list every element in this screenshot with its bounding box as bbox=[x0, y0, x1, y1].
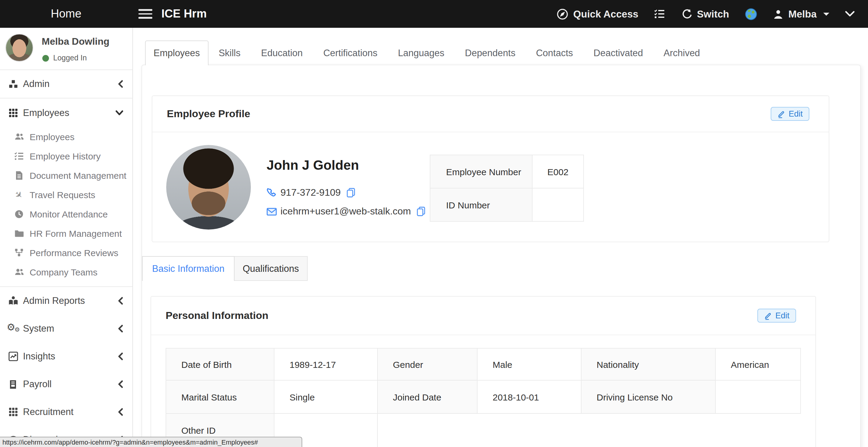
personal-information-card: Personal Information Edit Date of Birth … bbox=[151, 296, 816, 447]
field-value: Single bbox=[274, 380, 377, 413]
table-row: Employee Number E002 bbox=[430, 155, 584, 188]
copy-icon[interactable] bbox=[346, 188, 355, 197]
tab-archived[interactable]: Archived bbox=[653, 40, 711, 65]
tab-contacts[interactable]: Contacts bbox=[526, 40, 583, 65]
switch-icon bbox=[681, 8, 692, 19]
topbar: Home ICE Hrm Quick Access Switch bbox=[0, 0, 868, 28]
chart-line-icon bbox=[8, 351, 18, 361]
sidebar-item-hr-form-management[interactable]: HR Form Management bbox=[0, 224, 132, 243]
user-menu[interactable]: Melba bbox=[773, 8, 829, 20]
tab-qualifications[interactable]: Qualifications bbox=[235, 256, 308, 281]
sidebar-item-employees[interactable]: Employees bbox=[0, 127, 132, 146]
module-tabs: Employees Skills Education Certification… bbox=[145, 40, 710, 65]
tab-panel: Employee Profile Edit John J Golden bbox=[142, 65, 861, 447]
tab-education[interactable]: Education bbox=[251, 40, 313, 65]
chevron-left-icon bbox=[117, 380, 123, 388]
sidebar-item-company-teams[interactable]: Company Teams bbox=[0, 262, 132, 282]
user-full-name: Melba Dowling bbox=[42, 36, 110, 47]
tasks-icon[interactable] bbox=[654, 9, 665, 19]
diagram-icon bbox=[14, 248, 24, 257]
edit-profile-button[interactable]: Edit bbox=[770, 107, 809, 121]
invoice-icon bbox=[8, 379, 18, 389]
field-value: E002 bbox=[532, 155, 584, 188]
compass-icon bbox=[557, 8, 568, 20]
user-icon bbox=[773, 9, 783, 19]
tab-deactivated[interactable]: Deactivated bbox=[583, 40, 653, 65]
sidebar-item-monitor-attendance[interactable]: Monitor Attendance bbox=[0, 204, 132, 224]
grid-icon bbox=[8, 407, 18, 417]
field-label: Marital Status bbox=[166, 380, 274, 413]
tab-dependents[interactable]: Dependents bbox=[455, 40, 526, 65]
chevron-left-icon bbox=[117, 352, 123, 360]
employee-phone: 917-372-9109 bbox=[280, 187, 341, 198]
field-label: Employee Number bbox=[430, 155, 532, 188]
chevron-down-icon bbox=[116, 109, 123, 116]
field-label: Gender bbox=[377, 348, 477, 380]
sidebar-item-travel-requests[interactable]: ✈ Travel Requests bbox=[0, 185, 132, 204]
sidebar-item-system[interactable]: ⚙⚙ System bbox=[0, 315, 132, 343]
tab-basic-information[interactable]: Basic Information bbox=[142, 256, 235, 281]
list-check-icon bbox=[14, 151, 24, 160]
employee-name: John J Golden bbox=[267, 158, 359, 173]
sidebar-item-payroll[interactable]: Payroll bbox=[0, 370, 132, 398]
sidebar-item-document-management[interactable]: Document Management bbox=[0, 165, 132, 185]
table-row: Marital Status Single Joined Date 2018-1… bbox=[166, 380, 801, 413]
document-icon bbox=[14, 171, 24, 180]
field-label: Driving License No bbox=[581, 380, 715, 413]
personal-information-title: Personal Information bbox=[166, 310, 757, 322]
quick-access-button[interactable]: Quick Access bbox=[557, 8, 638, 20]
sidebar-item-performance-reviews[interactable]: Performance Reviews bbox=[0, 243, 132, 262]
users-icon bbox=[14, 132, 24, 141]
sidebar-group-employees: Employees Employees Employee History bbox=[0, 98, 132, 287]
hamburger-menu-icon[interactable] bbox=[138, 9, 152, 19]
users-icon bbox=[14, 267, 24, 276]
field-value: 2018-10-01 bbox=[477, 380, 581, 413]
employee-profile-card: Employee Profile Edit John J Golden bbox=[152, 95, 829, 242]
field-label: ID Number bbox=[430, 188, 532, 221]
pencil-icon bbox=[764, 311, 772, 320]
sidebar-item-employee-history[interactable]: Employee History bbox=[0, 146, 132, 165]
envelope-icon bbox=[267, 207, 277, 215]
field-value: Male bbox=[477, 348, 581, 380]
table-row: Date of Birth 1989-12-17 Gender Male Nat… bbox=[166, 348, 801, 380]
plane-icon: ✈ bbox=[14, 190, 24, 199]
edit-personal-information-button[interactable]: Edit bbox=[757, 309, 796, 323]
topbar-actions: Quick Access Switch Melba bbox=[557, 0, 855, 28]
field-value bbox=[532, 188, 584, 221]
chevron-left-icon bbox=[117, 408, 123, 416]
status-label: Logged In bbox=[53, 54, 87, 62]
tab-employees[interactable]: Employees bbox=[145, 40, 208, 65]
main-content: Employees Skills Education Certification… bbox=[133, 28, 868, 447]
app-title: ICE Hrm bbox=[161, 0, 207, 28]
avatar bbox=[5, 34, 33, 62]
gears-icon: ⚙⚙ bbox=[8, 323, 18, 334]
grid-icon bbox=[8, 107, 18, 118]
sidebar: Melba Dowling Logged In Admin Employees bbox=[0, 28, 133, 447]
sidebar-item-admin-reports[interactable]: Admin Reports bbox=[0, 287, 132, 315]
sidebar-item-employees-section[interactable]: Employees bbox=[0, 98, 132, 127]
switch-button[interactable]: Switch bbox=[681, 8, 729, 20]
tab-skills[interactable]: Skills bbox=[208, 40, 251, 65]
table-row: ID Number bbox=[430, 188, 584, 221]
book-reader-icon bbox=[8, 296, 18, 306]
employee-profile-title: Employee Profile bbox=[167, 108, 770, 120]
cubes-icon bbox=[8, 79, 18, 89]
tab-languages[interactable]: Languages bbox=[388, 40, 455, 65]
sidebar-item-admin[interactable]: Admin bbox=[0, 70, 132, 98]
tab-certifications[interactable]: Certifications bbox=[313, 40, 388, 65]
employee-email: icehrm+user1@web-stalk.com bbox=[280, 206, 411, 217]
home-link[interactable]: Home bbox=[51, 0, 81, 28]
sidebar-item-recruitment[interactable]: Recruitment bbox=[0, 398, 132, 426]
field-value bbox=[715, 380, 801, 413]
language-globe-icon[interactable] bbox=[745, 7, 757, 20]
clock-icon bbox=[14, 209, 24, 218]
folder-icon bbox=[14, 229, 24, 238]
field-label: Nationality bbox=[581, 348, 715, 380]
copy-icon[interactable] bbox=[416, 206, 426, 216]
chevron-down-icon[interactable] bbox=[845, 11, 855, 17]
personal-information-table: Date of Birth 1989-12-17 Gender Male Nat… bbox=[166, 348, 801, 447]
field-label: Joined Date bbox=[377, 380, 477, 413]
sidebar-user-block: Melba Dowling Logged In bbox=[0, 28, 132, 70]
chevron-left-icon bbox=[117, 325, 123, 332]
sidebar-item-insights[interactable]: Insights bbox=[0, 343, 132, 370]
